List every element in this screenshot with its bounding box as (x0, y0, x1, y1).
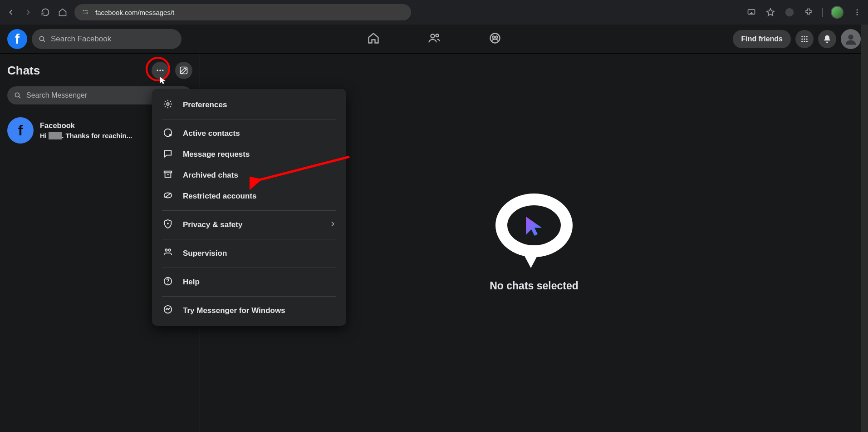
scrollbar[interactable] (861, 25, 868, 432)
svg-point-35 (168, 249, 171, 251)
messenger-empty-icon (495, 194, 573, 266)
menu-preferences[interactable]: Preferences (152, 94, 346, 115)
chat-avatar: f (7, 117, 34, 144)
menu-restricted-accounts[interactable]: Restricted accounts (152, 186, 346, 207)
menu-item-label: Preferences (183, 100, 227, 109)
account-button[interactable] (841, 29, 861, 49)
active-icon (162, 128, 174, 140)
menu-grid-button[interactable] (795, 30, 814, 48)
svg-point-8 (431, 34, 434, 38)
svg-point-22 (848, 35, 853, 40)
menu-item-label: Privacy & safety (183, 220, 242, 229)
svg-point-14 (804, 36, 805, 37)
install-app-icon[interactable] (746, 7, 757, 18)
nav-friends-icon[interactable] (424, 28, 444, 48)
menu-archived-chats[interactable]: Archived chats (152, 165, 346, 186)
facebook-header: f Search Facebook Find friends (0, 25, 868, 54)
menu-item-label: Restricted accounts (183, 192, 257, 201)
menu-message-requests[interactable]: Message requests (152, 144, 346, 165)
empty-state-title: No chats selected (490, 280, 579, 292)
help-icon (162, 276, 174, 288)
browser-menu-icon[interactable] (852, 7, 863, 18)
svg-point-25 (162, 70, 163, 71)
svg-point-1 (87, 12, 88, 13)
svg-point-6 (857, 14, 858, 15)
gear-icon (162, 99, 174, 111)
svg-point-10 (490, 34, 500, 43)
menu-item-label: Help (183, 278, 200, 287)
svg-point-27 (15, 93, 19, 97)
chat-preview: Hi . Thanks for reachin... (40, 132, 132, 139)
menu-try-messenger[interactable]: Try Messenger for Windows (152, 300, 346, 321)
svg-point-23 (157, 70, 158, 71)
new-message-button[interactable] (175, 62, 192, 79)
menu-item-label: Active contacts (183, 129, 240, 138)
svg-point-20 (804, 40, 805, 42)
chevron-right-icon (329, 220, 336, 230)
svg-point-28 (167, 103, 169, 105)
compose-icon (179, 66, 188, 75)
back-button[interactable] (5, 7, 16, 18)
svg-point-12 (495, 36, 498, 38)
svg-point-15 (806, 36, 808, 37)
bookmark-star-icon[interactable] (765, 7, 776, 18)
globe-icon[interactable] (784, 7, 795, 18)
svg-point-21 (806, 40, 808, 42)
search-icon (14, 91, 22, 99)
menu-item-label: Try Messenger for Windows (183, 306, 285, 315)
svg-point-34 (165, 249, 167, 251)
find-friends-label: Find friends (741, 35, 783, 43)
svg-point-4 (857, 9, 858, 10)
messenger-icon (162, 305, 174, 317)
url-text: facebook.com/messages/t (95, 9, 174, 16)
shield-icon (162, 219, 174, 231)
svg-point-16 (801, 38, 803, 40)
menu-item-label: Archived chats (183, 171, 238, 180)
browser-toolbar: facebook.com/messages/t (0, 0, 868, 25)
svg-point-18 (806, 38, 808, 40)
search-icon (38, 35, 46, 43)
ellipsis-icon (156, 66, 165, 75)
notifications-button[interactable] (818, 30, 836, 48)
restricted-icon (162, 190, 174, 203)
chats-title: Chats (7, 64, 40, 78)
forward-button[interactable] (23, 7, 34, 18)
svg-point-11 (492, 36, 495, 38)
profile-avatar[interactable] (831, 6, 843, 19)
svg-point-5 (857, 12, 858, 13)
svg-point-13 (801, 36, 803, 37)
address-bar[interactable]: facebook.com/messages/t (74, 4, 411, 20)
svg-point-33 (167, 223, 168, 224)
chat-name: Facebook (40, 121, 132, 130)
supervision-icon (162, 248, 174, 260)
svg-point-30 (169, 134, 172, 136)
messenger-search-placeholder: Search Messenger (26, 91, 87, 99)
separator (822, 8, 823, 17)
find-friends-button[interactable]: Find friends (733, 30, 791, 48)
menu-supervision[interactable]: Supervision (152, 243, 346, 264)
facebook-logo[interactable]: f (7, 29, 27, 49)
site-settings-icon[interactable] (82, 8, 89, 17)
svg-point-17 (804, 38, 805, 40)
extensions-icon[interactable] (803, 7, 814, 18)
menu-item-label: Supervision (183, 249, 227, 258)
chats-options-button[interactable] (152, 62, 169, 79)
chats-options-menu: Preferences Active contacts Message requ… (152, 89, 346, 326)
svg-point-24 (159, 70, 161, 71)
menu-active-contacts[interactable]: Active contacts (152, 123, 346, 144)
archive-icon (162, 169, 174, 182)
menu-item-label: Message requests (183, 150, 250, 159)
facebook-search[interactable]: Search Facebook (32, 29, 181, 49)
svg-point-7 (39, 36, 44, 40)
menu-help[interactable]: Help (152, 272, 346, 293)
nav-groups-icon[interactable] (485, 28, 505, 48)
menu-privacy-safety[interactable]: Privacy & safety (152, 214, 346, 235)
search-placeholder: Search Facebook (51, 35, 111, 44)
svg-rect-31 (164, 171, 172, 173)
reload-button[interactable] (40, 7, 51, 18)
svg-rect-26 (181, 67, 187, 74)
home-button[interactable] (57, 7, 68, 18)
svg-point-9 (436, 34, 438, 37)
nav-home-icon[interactable] (363, 28, 383, 48)
svg-point-37 (167, 283, 168, 283)
